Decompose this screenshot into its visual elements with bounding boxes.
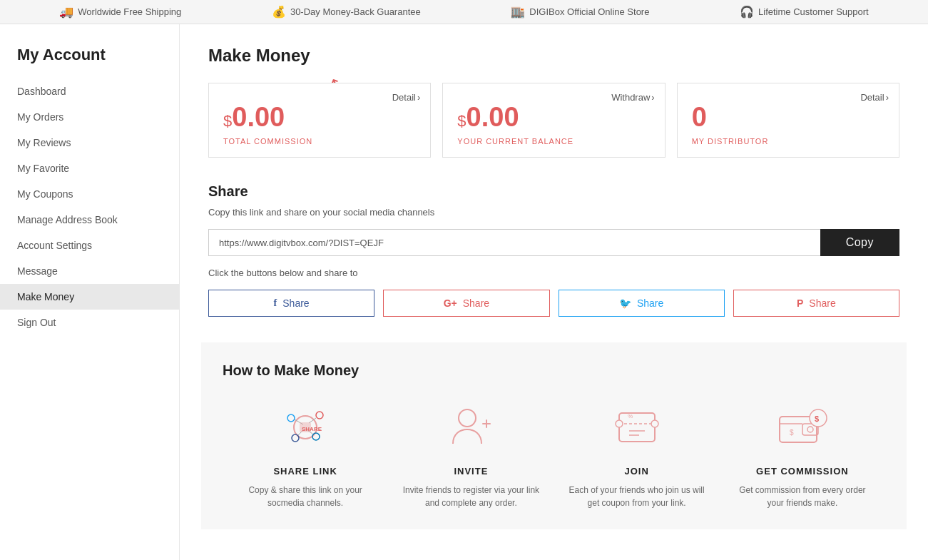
sidebar-item-dashboard[interactable]: Dashboard xyxy=(0,78,179,104)
how-to-title: How to Make Money xyxy=(223,362,885,379)
support-icon: 🎧 xyxy=(740,5,754,19)
svg-text:$: $ xyxy=(790,429,794,437)
how-step-invite: INVITE Invite friends to register via yo… xyxy=(388,399,554,509)
banner-guarantee: 💰 30-Day Money-Back Guarantee xyxy=(272,5,421,19)
facebook-share-button[interactable]: f Share xyxy=(208,290,374,317)
sidebar-item-address[interactable]: Manage Address Book xyxy=(0,207,179,233)
total-commission-label: TOTAL COMMISSION xyxy=(223,137,416,146)
pinterest-share-button[interactable]: P Share xyxy=(733,290,899,317)
sidebar-item-orders[interactable]: My Orders xyxy=(0,104,179,130)
share-section-title: Share xyxy=(208,183,899,200)
how-to-steps: SHARE SHARE LINK Copy & share this link … xyxy=(223,399,885,509)
invite-step-icon xyxy=(399,399,542,456)
svg-point-16 xyxy=(616,420,623,427)
share-input-row: Copy xyxy=(208,229,899,256)
sidebar: My Account Dashboard My Orders My Review… xyxy=(0,24,180,560)
sidebar-item-message[interactable]: Message xyxy=(0,258,179,284)
share-subtitle: Copy this link and share on your social … xyxy=(208,207,899,218)
stat-card-distributor: Detail › 0 MY DISTRIBUTOR xyxy=(677,83,899,158)
stat-card-current-balance: Withdraw › $0.00 YOUR CURRENT BALANCE xyxy=(442,83,665,158)
invite-step-desc: Invite friends to register via your link… xyxy=(399,484,542,509)
how-step-commission: $ $ GET COMMISSION Get commission from e… xyxy=(720,399,885,509)
commission-step-desc: Get commission from every order your fri… xyxy=(731,484,874,509)
detail-link-commission[interactable]: Detail › xyxy=(392,92,421,103)
sidebar-title: My Account xyxy=(0,39,179,78)
svg-text:$: $ xyxy=(815,414,819,423)
stat-card-total-commission: Detail › $0.00 TOTAL COMMISSION xyxy=(208,83,431,158)
join-step-icon: % xyxy=(566,399,708,456)
detail-link-distributor[interactable]: Detail › xyxy=(860,92,889,103)
chevron-right-icon-2: › xyxy=(651,92,654,103)
share-link-input[interactable] xyxy=(208,229,820,256)
svg-text:SHARE: SHARE xyxy=(302,426,322,432)
svg-rect-14 xyxy=(619,413,655,442)
withdraw-link[interactable]: Withdraw › xyxy=(611,92,655,103)
sidebar-item-signout[interactable]: Sign Out xyxy=(0,310,179,335)
twitter-share-button[interactable]: 🐦 Share xyxy=(559,290,725,317)
share-step-icon: SHARE xyxy=(234,399,377,456)
copy-button[interactable]: Copy xyxy=(820,229,899,256)
how-step-share: SHARE SHARE LINK Copy & share this link … xyxy=(223,399,388,509)
distributor-label: MY DISTRIBUTOR xyxy=(692,137,884,146)
google-icon: G+ xyxy=(444,297,457,309)
top-banner: 🚚 Worldwide Free Shipping 💰 30-Day Money… xyxy=(0,0,928,24)
share-hint: Click the buttons below and share to xyxy=(208,268,899,278)
how-to-section: How to Make Money xyxy=(201,342,907,529)
commission-step-icon: $ $ xyxy=(731,399,874,456)
facebook-icon: f xyxy=(274,297,277,309)
join-step-title: JOIN xyxy=(566,466,708,477)
google-share-button[interactable]: G+ Share xyxy=(383,290,549,317)
banner-support: 🎧 Lifetime Customer Support xyxy=(740,5,869,19)
banner-store: 🏬 DIGIBox Official Online Store xyxy=(511,5,649,19)
commission-step-title: GET COMMISSION xyxy=(731,466,874,477)
current-balance-label: YOUR CURRENT BALANCE xyxy=(457,137,650,146)
distributor-value: 0 xyxy=(692,102,884,133)
share-step-title: SHARE LINK xyxy=(234,466,377,477)
shipping-icon: 🚚 xyxy=(59,5,73,19)
pinterest-icon: P xyxy=(797,297,803,309)
twitter-icon: 🐦 xyxy=(619,297,631,309)
content-area: Make Money ↙ Detail › $0.00 TOTAL COMMIS… xyxy=(180,24,928,560)
how-step-join: % JOIN Each of your friends who join us … xyxy=(554,399,720,509)
sidebar-item-reviews[interactable]: My Reviews xyxy=(0,130,179,156)
stats-wrapper: ↙ Detail › $0.00 TOTAL COMMISSION Withdr… xyxy=(208,83,899,158)
total-commission-value: $0.00 xyxy=(223,102,416,133)
guarantee-icon: 💰 xyxy=(272,5,286,19)
svg-point-3 xyxy=(292,434,299,442)
svg-point-17 xyxy=(651,420,658,427)
page-title: Make Money xyxy=(208,46,899,66)
sidebar-item-settings[interactable]: Account Settings xyxy=(0,233,179,258)
svg-point-2 xyxy=(316,412,323,419)
sidebar-item-coupons[interactable]: My Coupons xyxy=(0,181,179,207)
sidebar-item-make-money[interactable]: Make Money xyxy=(0,284,179,310)
sidebar-item-favorite[interactable]: My Favorite xyxy=(0,156,179,181)
join-step-desc: Each of your friends who join us will ge… xyxy=(566,484,708,509)
chevron-right-icon: › xyxy=(417,92,420,103)
svg-point-23 xyxy=(807,427,813,432)
share-step-desc: Copy & share this link on your socmedia … xyxy=(234,484,377,509)
svg-point-4 xyxy=(312,433,320,440)
chevron-right-icon-3: › xyxy=(886,92,889,103)
svg-point-11 xyxy=(459,409,476,427)
svg-text:%: % xyxy=(628,413,633,419)
store-icon: 🏬 xyxy=(511,5,525,19)
banner-shipping: 🚚 Worldwide Free Shipping xyxy=(59,5,181,19)
svg-point-1 xyxy=(287,414,295,422)
invite-step-title: INVITE xyxy=(399,466,542,477)
main-layout: My Account Dashboard My Orders My Review… xyxy=(0,24,928,560)
social-share-row: f Share G+ Share 🐦 Share P Share xyxy=(208,290,899,317)
stats-row: Detail › $0.00 TOTAL COMMISSION Withdraw… xyxy=(208,83,899,158)
current-balance-value: $0.00 xyxy=(457,102,650,133)
